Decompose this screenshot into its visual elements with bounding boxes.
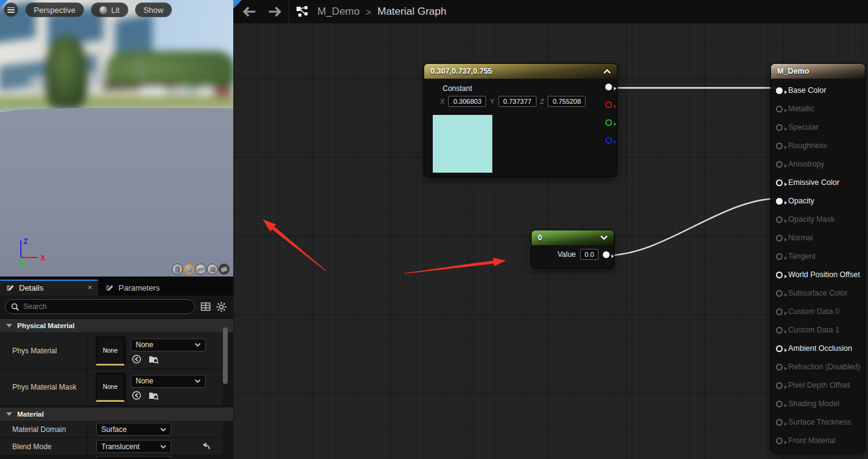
topbar-separator bbox=[289, 0, 289, 23]
input-pin-icon[interactable] bbox=[776, 198, 783, 205]
material-pin-row[interactable]: Metallic bbox=[771, 100, 865, 118]
material-pin-row[interactable]: Base Color bbox=[771, 81, 865, 100]
input-pin-icon[interactable] bbox=[776, 179, 783, 186]
viewport-menu-button[interactable] bbox=[4, 2, 18, 17]
collapse-chevron-down-icon[interactable] bbox=[600, 235, 608, 240]
output-pin-g[interactable] bbox=[605, 119, 612, 126]
scalar-parameter-node[interactable]: 0 Value 0.0 bbox=[531, 230, 614, 269]
material-pin-row[interactable]: Pixel Depth Offset bbox=[771, 376, 865, 394]
constant3-node-header[interactable]: 0.307,0.737,0.755 bbox=[424, 64, 617, 79]
input-pin-icon[interactable] bbox=[776, 364, 783, 371]
chevron-down-icon bbox=[195, 379, 201, 383]
output-pin-r[interactable] bbox=[605, 101, 612, 108]
input-pin-icon[interactable] bbox=[776, 437, 783, 444]
material-pin-row[interactable]: Roughness bbox=[771, 136, 865, 155]
column-view-icon[interactable] bbox=[201, 302, 211, 312]
preview-viewport[interactable]: Perspective Lit Show Z X Y bbox=[0, 0, 233, 280]
input-pin-icon[interactable] bbox=[776, 87, 783, 94]
scalar-node-header[interactable]: 0 bbox=[532, 230, 614, 245]
material-pin-row[interactable]: Front Material bbox=[771, 431, 865, 450]
material-pin-row[interactable]: World Position Offset bbox=[771, 265, 865, 284]
input-pin-icon[interactable] bbox=[776, 345, 783, 352]
material-graph-canvas[interactable]: M_Demo > Material Graph 0.307,0.737,0.75… bbox=[233, 0, 868, 459]
asset-thumbnail[interactable]: None bbox=[96, 337, 125, 366]
preview-shape-custom-button[interactable] bbox=[219, 264, 230, 275]
show-button[interactable]: Show bbox=[135, 2, 172, 17]
material-editor-window: Perspective Lit Show Z X Y bbox=[0, 0, 868, 459]
result-node-header[interactable]: M_Demo bbox=[771, 64, 865, 79]
section-physical-material[interactable]: Physical Material bbox=[0, 318, 233, 332]
back-arrow-button[interactable] bbox=[242, 6, 258, 18]
input-pin-icon[interactable] bbox=[776, 419, 783, 426]
input-pin-icon[interactable] bbox=[776, 161, 783, 168]
input-pin-label: Opacity Mask bbox=[788, 215, 835, 224]
scalar-output-pin[interactable] bbox=[603, 251, 610, 258]
tab-parameters[interactable]: Parameters bbox=[99, 280, 231, 296]
input-pin-icon[interactable] bbox=[776, 290, 783, 297]
material-pin-row[interactable]: Normal bbox=[771, 229, 865, 247]
preview-shape-sphere-button[interactable] bbox=[184, 264, 195, 275]
input-pin-icon[interactable] bbox=[776, 106, 783, 112]
z-value-field[interactable]: 0.755208 bbox=[548, 96, 586, 107]
search-icon bbox=[11, 303, 19, 311]
material-result-node[interactable]: M_Demo Base Color Metallic bbox=[770, 63, 866, 453]
section-material[interactable]: Material bbox=[0, 407, 233, 421]
browse-to-asset-icon[interactable] bbox=[149, 355, 159, 364]
material-pin-row[interactable]: Specular bbox=[771, 118, 865, 136]
asset-thumbnail[interactable]: None bbox=[96, 373, 125, 402]
preview-shape-cube-button[interactable] bbox=[207, 264, 218, 275]
material-pin-row[interactable]: Refraction (Disabled) bbox=[771, 358, 865, 376]
material-pin-row[interactable]: Anisotropy bbox=[771, 155, 865, 173]
input-pin-icon[interactable] bbox=[776, 327, 783, 334]
output-pin-rgb[interactable] bbox=[605, 84, 612, 90]
details-scrollbar[interactable] bbox=[223, 328, 228, 384]
preview-shape-plane-button[interactable] bbox=[195, 264, 206, 275]
input-pin-icon[interactable] bbox=[776, 124, 783, 131]
gear-icon[interactable] bbox=[216, 302, 227, 312]
output-pin-b[interactable] bbox=[605, 137, 612, 144]
phys-material-dropdown[interactable]: None bbox=[131, 339, 206, 351]
forward-arrow-button[interactable] bbox=[266, 6, 282, 18]
browse-to-asset-icon[interactable] bbox=[149, 391, 159, 400]
material-pin-row[interactable]: Emissive Color bbox=[771, 173, 865, 192]
material-pin-row[interactable]: Tangent bbox=[771, 247, 865, 265]
input-pin-icon[interactable] bbox=[776, 382, 783, 389]
input-pin-label: Tangent bbox=[788, 252, 815, 261]
perspective-button[interactable]: Perspective bbox=[25, 2, 84, 17]
lit-mode-button[interactable]: Lit bbox=[91, 2, 128, 17]
preview-shape-cylinder-button[interactable] bbox=[172, 264, 183, 275]
breadcrumb-asset[interactable]: M_Demo bbox=[317, 6, 360, 18]
close-tab-icon[interactable]: × bbox=[88, 283, 92, 292]
material-pin-row[interactable]: Subsurface Color bbox=[771, 284, 865, 302]
material-pin-row[interactable]: Custom Data 0 bbox=[771, 302, 865, 321]
input-pin-icon[interactable] bbox=[776, 216, 783, 223]
input-pin-icon[interactable] bbox=[776, 253, 783, 260]
search-input[interactable] bbox=[23, 302, 171, 311]
material-pin-row[interactable]: Opacity bbox=[771, 192, 865, 210]
reset-to-default-icon[interactable] bbox=[201, 442, 211, 451]
x-value-field[interactable]: 0.306803 bbox=[448, 96, 486, 107]
use-selected-asset-icon[interactable] bbox=[132, 355, 141, 364]
material-pin-row[interactable]: Surface Thickness bbox=[771, 413, 865, 431]
tab-details[interactable]: Details × bbox=[0, 280, 98, 296]
material-domain-dropdown[interactable]: Surface bbox=[96, 423, 171, 436]
y-value-field[interactable]: 0.737377 bbox=[498, 96, 537, 107]
input-pin-icon[interactable] bbox=[776, 401, 783, 407]
constant3-node[interactable]: 0.307,0.737,0.755 Constant X 0.306803 Y … bbox=[424, 63, 618, 177]
search-box[interactable] bbox=[5, 299, 195, 314]
use-selected-asset-icon[interactable] bbox=[132, 391, 141, 400]
collapse-chevron-up-icon[interactable] bbox=[603, 69, 611, 74]
input-pin-icon[interactable] bbox=[776, 235, 783, 241]
input-pin-icon[interactable] bbox=[776, 143, 783, 149]
value-field[interactable]: 0.0 bbox=[580, 249, 599, 260]
material-pin-row[interactable]: Custom Data 1 bbox=[771, 321, 865, 339]
material-pin-row[interactable]: Opacity Mask bbox=[771, 210, 865, 229]
input-pin-icon[interactable] bbox=[776, 308, 783, 315]
property-label: Phys Material Mask bbox=[0, 369, 88, 405]
phys-material-mask-dropdown[interactable]: None bbox=[131, 375, 206, 388]
lit-label: Lit bbox=[111, 6, 120, 15]
input-pin-icon[interactable] bbox=[776, 272, 783, 278]
material-pin-row[interactable]: Ambient Occlusion bbox=[771, 339, 865, 358]
blend-mode-dropdown[interactable]: Translucent bbox=[96, 440, 171, 453]
material-pin-row[interactable]: Shading Model bbox=[771, 394, 865, 413]
